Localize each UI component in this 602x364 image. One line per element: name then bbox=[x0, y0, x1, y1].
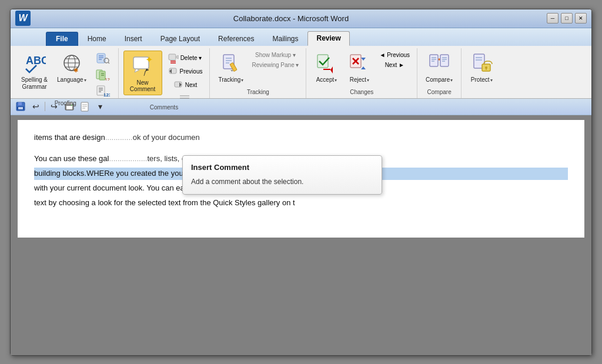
protect-icon bbox=[470, 52, 493, 75]
ribbon-group-tracking: Tracking▾ Show Markup ▾ Reviewing Pane ▾… bbox=[210, 48, 306, 98]
tab-page-layout[interactable]: Page Layout bbox=[152, 32, 209, 46]
new-comment-label: NewComment bbox=[130, 79, 155, 92]
tooltip-description: Add a comment about the selection. bbox=[191, 177, 373, 187]
reject-icon bbox=[347, 52, 371, 75]
quick-access-more[interactable]: ▾ bbox=[93, 101, 106, 112]
previous-change-button[interactable]: ◄ Previous bbox=[377, 51, 412, 59]
proofing-group-label: Proofing bbox=[55, 99, 76, 108]
tracking-side: Show Markup ▾ Reviewing Pane ▾ bbox=[249, 51, 301, 69]
ribbon-group-compare: Compare▾ Compare bbox=[417, 48, 461, 98]
tab-insert[interactable]: Insert bbox=[116, 32, 151, 46]
compare-group-label: Compare bbox=[427, 88, 452, 97]
ribbon-group-proofing: ABC Spelling &Grammar bbox=[13, 48, 119, 98]
proofing-items: ABC Spelling &Grammar bbox=[18, 49, 113, 99]
new-document-button[interactable] bbox=[78, 101, 91, 112]
protect-label: Protect▾ bbox=[471, 76, 493, 84]
tab-file[interactable]: File bbox=[46, 32, 78, 46]
undo-button[interactable]: ↩ bbox=[29, 101, 42, 112]
document-area: items that are design.............ok of … bbox=[11, 115, 591, 355]
svg-text:ABC: ABC bbox=[26, 55, 46, 66]
thesaurus-icon: 123 bbox=[95, 68, 111, 81]
next-icon: Next bbox=[172, 80, 198, 91]
svg-text:✦: ✦ bbox=[145, 55, 153, 65]
change-nav: ◄ Previous Next ► bbox=[377, 51, 412, 69]
thesaurus-button[interactable]: 123 bbox=[92, 67, 113, 82]
tab-references[interactable]: References bbox=[209, 32, 263, 46]
tooltip-title: Insert Comment bbox=[191, 162, 373, 174]
quick-access-toolbar: ↩ ↪ ▾ bbox=[11, 99, 591, 115]
comments-items: ✦ NewComment bbox=[123, 49, 205, 103]
doc-spacer bbox=[34, 146, 568, 151]
doc-line-1: items that are design.............ok of … bbox=[34, 132, 568, 144]
word-count-button[interactable]: 123 bbox=[92, 84, 113, 99]
save-button[interactable] bbox=[14, 101, 27, 112]
spelling-grammar-button[interactable]: ABC Spelling &Grammar bbox=[18, 51, 51, 92]
next-comment-button[interactable]: Next bbox=[165, 79, 205, 92]
svg-text:✱: ✱ bbox=[73, 67, 78, 74]
language-button[interactable]: ✱ Language▾ bbox=[53, 51, 90, 85]
delete-comment-button[interactable]: Delete ▾ bbox=[165, 52, 205, 65]
research-icon bbox=[95, 52, 111, 65]
document-page: items that are design.............ok of … bbox=[18, 120, 584, 238]
window-controls: ─ □ ✕ bbox=[547, 13, 587, 24]
proofing-small-buttons: 123 123 bbox=[92, 51, 113, 99]
previous-icon: Previous bbox=[167, 66, 203, 77]
compare-button[interactable]: Compare▾ bbox=[422, 51, 456, 85]
close-button[interactable]: ✕ bbox=[575, 13, 587, 24]
svg-marker-45 bbox=[330, 66, 333, 74]
doc-line-5: text by choosing a look for the selected… bbox=[34, 197, 568, 209]
svg-marker-26 bbox=[144, 69, 149, 76]
svg-rect-52 bbox=[440, 55, 449, 66]
svg-marker-49 bbox=[361, 58, 366, 61]
reject-button[interactable]: Reject▾ bbox=[344, 51, 374, 85]
svg-rect-27 bbox=[169, 54, 176, 60]
previous-comment-button[interactable]: Previous bbox=[165, 65, 205, 78]
show-markup-tracking[interactable]: Show Markup ▾ bbox=[249, 51, 301, 59]
minimize-button[interactable]: ─ bbox=[547, 13, 558, 24]
protect-items: Protect▾ bbox=[466, 49, 497, 94]
show-markup-button[interactable] bbox=[165, 92, 205, 103]
tracking-items: Tracking▾ Show Markup ▾ Reviewing Pane ▾ bbox=[215, 49, 301, 88]
accept-icon bbox=[315, 52, 338, 75]
ribbon-tabs: File Home Insert Page Layout References … bbox=[11, 28, 591, 46]
ribbon: ABC Spelling &Grammar bbox=[11, 46, 591, 99]
svg-rect-68 bbox=[18, 102, 22, 105]
tracking-label: Tracking▾ bbox=[218, 76, 243, 84]
language-label: Language▾ bbox=[57, 76, 86, 84]
language-icon: ✱ bbox=[60, 52, 83, 75]
next-change-button[interactable]: Next ► bbox=[377, 61, 412, 69]
window-title: Collaborate.docx - Microsoft Word bbox=[35, 14, 547, 23]
reviewing-pane-btn[interactable]: Reviewing Pane ▾ bbox=[249, 61, 301, 69]
tab-home[interactable]: Home bbox=[79, 32, 115, 46]
ribbon-group-changes: Accept▾ Reject▾ bbox=[306, 48, 417, 98]
spelling-grammar-label: Spelling &Grammar bbox=[21, 76, 48, 91]
svg-rect-51 bbox=[430, 55, 438, 66]
protect-button[interactable]: Protect▾ bbox=[466, 51, 497, 85]
accept-button[interactable]: Accept▾ bbox=[311, 51, 342, 85]
show-markup-icon bbox=[179, 93, 190, 102]
svg-marker-28 bbox=[176, 55, 178, 59]
title-bar: W Collaborate.docx - Microsoft Word ─ □ … bbox=[11, 9, 591, 28]
comments-group-label: Comments bbox=[150, 103, 178, 112]
tab-mailings[interactable]: Mailings bbox=[263, 32, 307, 46]
svg-marker-42 bbox=[230, 70, 233, 72]
svg-text:123: 123 bbox=[103, 92, 110, 97]
tab-review[interactable]: Review bbox=[307, 31, 349, 46]
compare-label: Compare▾ bbox=[426, 76, 453, 84]
changes-group-label: Changes bbox=[350, 88, 373, 97]
svg-line-12 bbox=[108, 62, 109, 64]
new-comment-button[interactable]: ✦ NewComment bbox=[123, 51, 162, 95]
accept-label: Accept▾ bbox=[316, 76, 337, 84]
reject-label: Reject▾ bbox=[350, 76, 369, 84]
delete-comment-icon: Delete ▾ bbox=[168, 53, 202, 64]
tooltip: Insert Comment Add a comment about the s… bbox=[182, 155, 382, 195]
comment-side-buttons: Delete ▾ Previous bbox=[165, 52, 205, 103]
compare-items: Compare▾ bbox=[422, 49, 456, 88]
tracking-group-label: Tracking bbox=[247, 88, 269, 97]
ribbon-group-comments: ✦ NewComment bbox=[119, 48, 210, 98]
word-logo: W bbox=[15, 11, 31, 26]
tracking-button[interactable]: Tracking▾ bbox=[215, 51, 247, 85]
svg-marker-24 bbox=[135, 69, 139, 72]
research-button[interactable] bbox=[92, 51, 113, 66]
maximize-button[interactable]: □ bbox=[561, 13, 573, 24]
